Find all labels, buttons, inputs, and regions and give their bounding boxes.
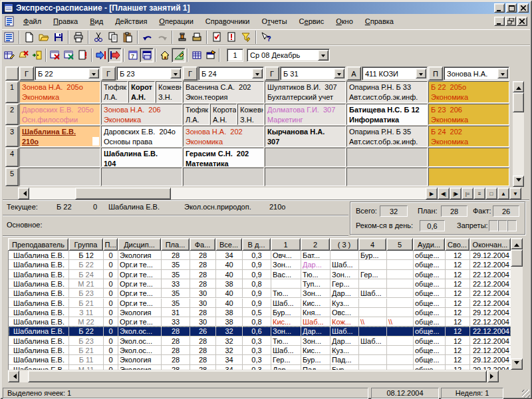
table-cell[interactable]: Шабалина Е.В. (9, 279, 69, 288)
table-cell[interactable]: Дар... (301, 260, 331, 269)
table-cell[interactable]: 12 (446, 299, 470, 307)
column-type-button[interactable]: Г (101, 66, 116, 80)
table-header-11[interactable]: ( 3 ) (330, 238, 358, 251)
nav-next-button[interactable]: ▶ (426, 188, 438, 200)
table-cell[interactable] (359, 260, 387, 269)
table-sm-button[interactable] (190, 48, 203, 63)
win-tile-button[interactable] (140, 48, 154, 63)
table-cell[interactable]: обще... (414, 279, 446, 288)
table-cell[interactable] (359, 299, 387, 307)
table-cell[interactable]: Кис... (301, 346, 331, 354)
table-cell[interactable]: 0,8 (243, 317, 271, 326)
table-cell[interactable]: Шаб... (359, 289, 387, 297)
table-cell[interactable]: 12 (446, 251, 470, 259)
table-cell[interactable]: 12 (446, 260, 470, 269)
table-cell[interactable]: 29.12.2004 (470, 251, 511, 259)
table-cell[interactable]: Шабалина Е.В. (9, 355, 69, 364)
table-cell[interactable]: 0,3 (243, 365, 271, 370)
table-cell[interactable]: 0,3 (243, 251, 271, 259)
table-row[interactable]: Шабалина Е.В.З 110Экология3128380,5Бур..… (9, 308, 511, 317)
schedule-cell[interactable]: КоротаА.Н. (210, 104, 237, 125)
table-cell[interactable] (387, 308, 414, 317)
copy-button[interactable] (106, 30, 120, 45)
table-cell[interactable]: Орг.и те... (118, 279, 162, 288)
table-cell[interactable]: 22.12.2004 (470, 336, 511, 345)
column-selector[interactable]: Зонова Н.А. (444, 66, 509, 80)
table-cell[interactable]: 0 (104, 270, 118, 279)
table-cell[interactable]: 0,9 (243, 260, 271, 269)
maximize-button[interactable] (506, 3, 517, 13)
table-cell[interactable]: обще... (414, 327, 446, 335)
table-cell[interactable]: Шаб... (301, 317, 331, 326)
table-cell[interactable]: З 11 (69, 308, 104, 317)
table-row[interactable]: Шабалина Е.В.М 210Орг.и те...3328380,8Ту… (9, 279, 511, 289)
ban-box-1[interactable] (489, 220, 498, 231)
table-cell[interactable]: М 21 (69, 279, 104, 288)
ban-box-3[interactable] (507, 220, 517, 231)
table-cell[interactable]: Бур... (301, 355, 331, 364)
send-button[interactable] (190, 30, 204, 45)
table-row[interactable]: Шабалина Е.В.М 220Орг.и те...3330380,8Ки… (9, 317, 511, 327)
table-cell[interactable]: Зон... (271, 327, 301, 335)
table-header-12[interactable]: 4 (358, 238, 386, 251)
menu-10[interactable]: Справка (359, 15, 400, 27)
menu-1[interactable]: Файл (17, 15, 47, 27)
lesson-number-field[interactable]: 1 (227, 49, 243, 62)
table-cell[interactable]: 29.12.2004 (470, 365, 511, 370)
column-type-button[interactable]: Г (19, 66, 34, 80)
new-button[interactable] (22, 30, 37, 45)
table-cell[interactable]: Бат... (301, 251, 331, 259)
schedule-cell[interactable]: КожевнЗ.Н. (237, 104, 264, 125)
schedule-cell[interactable] (101, 168, 182, 186)
table-cell[interactable]: Бур... (331, 365, 359, 370)
table-header-4[interactable]: Дисцип... (118, 238, 161, 251)
table-cell[interactable]: Пад... (331, 355, 359, 364)
table-cell[interactable]: М 11 (69, 365, 104, 370)
table-cell[interactable]: Орг.и те... (118, 260, 162, 269)
table-cell[interactable]: Б 21 (69, 346, 104, 354)
table-cell[interactable]: Экология (118, 308, 162, 317)
table-cell[interactable]: 34 (216, 251, 243, 259)
table-cell[interactable]: Шабалина Е.В. (9, 289, 69, 297)
table-cell[interactable]: Бур... (359, 251, 387, 259)
table-cell[interactable]: 34 (216, 365, 243, 370)
table-cell[interactable]: 32 (216, 327, 243, 335)
column-selector[interactable]: Б 23 (116, 66, 182, 80)
schedule-cell[interactable] (265, 148, 346, 167)
table-header-2[interactable]: Группа (68, 238, 103, 251)
table-cell[interactable]: 12 (446, 279, 470, 288)
table-cell[interactable]: Б 22 (69, 327, 104, 335)
table-cell[interactable]: 32 (216, 336, 243, 345)
table-cell[interactable] (387, 289, 414, 297)
table-cell[interactable]: обще... (414, 308, 446, 317)
table-cell[interactable] (359, 279, 387, 288)
schedule-cell[interactable]: Шабалина Е.В.210о (19, 126, 100, 147)
table-header-1[interactable]: Преподаватель (8, 238, 68, 251)
table-cell[interactable]: 0 (104, 279, 118, 288)
table-cell[interactable] (387, 327, 414, 335)
table-cell[interactable]: 0,6 (243, 327, 271, 335)
table-cell[interactable]: Шабалина Е.В. (9, 317, 69, 326)
table-header-16[interactable]: Окончан... (469, 238, 511, 251)
table-cell[interactable]: 0,3 (243, 346, 271, 354)
table-cell[interactable]: Б 23 (69, 336, 104, 345)
table-cell[interactable] (331, 251, 359, 259)
table-cell[interactable]: Бур... (271, 308, 301, 317)
table-cell[interactable]: Кис... (271, 317, 301, 326)
table-cell[interactable]: Гер... (359, 270, 387, 279)
table-cell[interactable]: 12 (446, 270, 470, 279)
nav-up-button[interactable]: ▲ (497, 188, 509, 200)
table-cell[interactable] (359, 308, 387, 317)
schedule-cell[interactable]: Опарина Р.Н. Б 33Авт.сист.обр.эк.инф. (346, 81, 428, 103)
table-cell[interactable]: обще... (414, 365, 446, 370)
home-button[interactable] (158, 48, 172, 63)
table-cell[interactable]: Гер... (331, 279, 359, 288)
table-cell[interactable]: обще... (414, 317, 446, 326)
table-cell[interactable]: обще... (414, 270, 446, 279)
menu-5[interactable]: Операции (153, 15, 199, 27)
table-cell[interactable]: Б 12 (69, 251, 104, 259)
table-cell[interactable]: 35 (162, 299, 190, 307)
column-type-button[interactable]: П (428, 66, 443, 80)
table-cell[interactable]: 31 (162, 308, 190, 317)
table-cell[interactable]: 28 (190, 365, 216, 370)
